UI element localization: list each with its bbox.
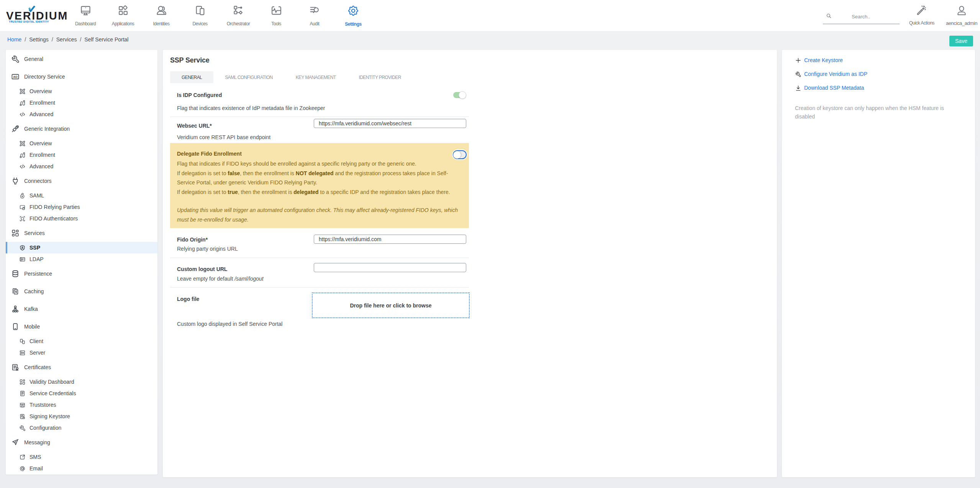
svg-text:AD: AD: [13, 75, 18, 79]
